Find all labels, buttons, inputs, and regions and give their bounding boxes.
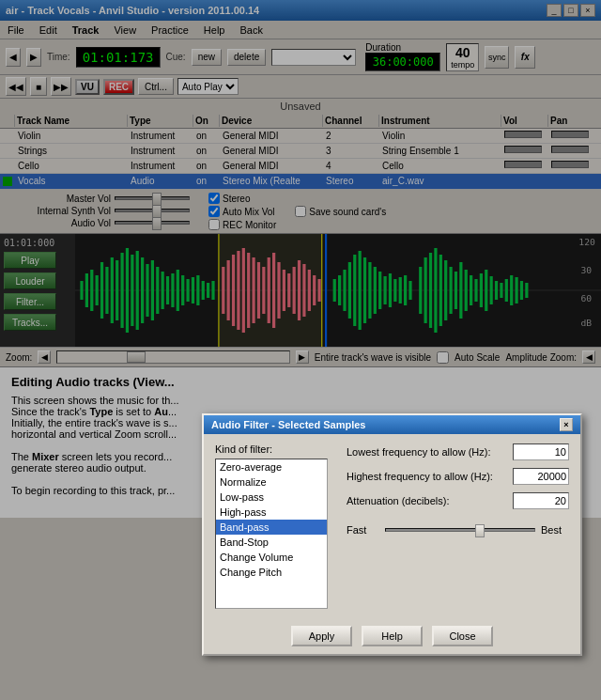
dialog-footer: Apply Help Close — [204, 618, 580, 654]
lowest-freq-label: Lowest frequency to allow (Hz): — [347, 446, 513, 458]
apply-button[interactable]: Apply — [291, 626, 352, 646]
dialog-title-bar: Audio Filter - Selected Samples × — [204, 415, 580, 434]
speed-row: Fast Best — [347, 524, 569, 536]
filter-params: Lowest frequency to allow (Hz): Highest … — [347, 443, 569, 609]
audio-filter-dialog: Audio Filter - Selected Samples × Kind o… — [202, 413, 582, 656]
highest-freq-input[interactable] — [513, 468, 569, 485]
filter-list-container: Kind of filter: Zero-average Normalize L… — [215, 443, 328, 609]
dialog-body: Kind of filter: Zero-average Normalize L… — [204, 434, 580, 618]
speed-fast-label: Fast — [347, 524, 379, 536]
filter-high-pass[interactable]: High-pass — [216, 505, 327, 520]
lowest-freq-input[interactable] — [513, 443, 569, 460]
highest-freq-row: Highest frequency to allow (Hz): — [347, 468, 569, 485]
lowest-freq-row: Lowest frequency to allow (Hz): — [347, 443, 569, 460]
attenuation-input[interactable] — [513, 492, 569, 509]
filter-change-volume[interactable]: Change Volume — [216, 550, 327, 565]
filter-band-pass[interactable]: Band-pass — [216, 520, 327, 535]
close-dialog-button[interactable]: Close — [432, 626, 493, 646]
filter-low-pass[interactable]: Low-pass — [216, 490, 327, 505]
filter-band-stop[interactable]: Band-Stop — [216, 535, 327, 550]
filter-change-pitch[interactable]: Change Pitch — [216, 565, 327, 580]
speed-slider[interactable] — [385, 528, 535, 532]
filter-list[interactable]: Zero-average Normalize Low-pass High-pas… — [215, 459, 328, 609]
attenuation-row: Attenuation (decibels): — [347, 492, 569, 509]
filter-normalize[interactable]: Normalize — [216, 474, 327, 490]
dialog-title-text: Audio Filter - Selected Samples — [211, 419, 365, 430]
speed-thumb[interactable] — [475, 524, 485, 537]
help-button[interactable]: Help — [362, 626, 423, 646]
filter-zero-average[interactable]: Zero-average — [216, 459, 327, 474]
speed-best-label: Best — [541, 524, 569, 536]
dialog-close-button[interactable]: × — [560, 418, 573, 431]
filter-list-label: Kind of filter: — [215, 443, 328, 455]
highest-freq-label: Highest frequency to allow (Hz): — [347, 471, 513, 482]
attenuation-label: Attenuation (decibels): — [347, 495, 513, 506]
